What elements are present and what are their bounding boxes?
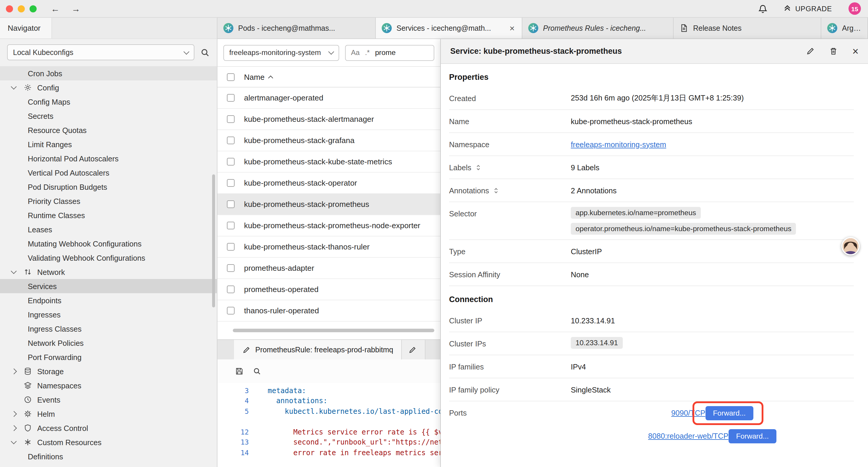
namespace-link[interactable]: freeleaps-monitoring-system <box>571 140 666 149</box>
search-icon[interactable] <box>200 48 210 57</box>
yaml-editor[interactable]: 3metadata:4 annotations:5 kubectl.kubern… <box>217 383 440 467</box>
sidebar-item-label: Vertical Pod Autoscalers <box>28 168 109 177</box>
kubeconfig-selector[interactable]: Local Kubeconfigs <box>7 44 194 60</box>
sidebar-item-resource-quotas[interactable]: Resource Quotas <box>0 123 217 137</box>
port-link[interactable]: 8080:reloader-web/TCP <box>648 432 728 440</box>
sidebar-item-config[interactable]: Config <box>0 80 217 95</box>
sidebar-item-access-control[interactable]: Access Control <box>0 421 217 435</box>
row-checkbox[interactable] <box>227 286 235 293</box>
row-checkbox[interactable] <box>227 264 235 272</box>
sidebar-item-services[interactable]: Services <box>0 279 217 293</box>
code-text: metadata: <box>249 387 306 395</box>
row-checkbox[interactable] <box>227 137 235 144</box>
sidebar-item-ingress-classes[interactable]: Ingress Classes <box>0 322 217 336</box>
table-row-kube-prometheus-stack-grafana[interactable]: kube-prometheus-stack-grafana <box>217 130 440 151</box>
zoom-window-button[interactable] <box>30 5 37 12</box>
sidebar-item-leases[interactable]: Leases <box>0 222 217 236</box>
unfold-icon[interactable] <box>475 164 481 171</box>
sidebar-item-cron-jobs[interactable]: Cron Jobs <box>0 66 217 80</box>
upgrade-button[interactable]: UPGRADE <box>783 3 832 14</box>
forward-button[interactable]: Forward... <box>728 429 777 443</box>
row-checkbox[interactable] <box>227 222 235 229</box>
sidebar-item-endpoints[interactable]: Endpoints <box>0 293 217 308</box>
row-checkbox[interactable] <box>227 179 235 187</box>
sidebar-item-definitions[interactable]: Definitions <box>0 449 217 463</box>
sidebar-item-ingresses[interactable]: Ingresses <box>0 308 217 322</box>
sidebar-item-secrets[interactable]: Secrets <box>0 109 217 123</box>
sidebar-item-helm[interactable]: Helm <box>0 407 217 421</box>
drawer-body: PropertiesCreated253d 16h 6m ago (2025年1… <box>441 64 868 467</box>
tab-argo-s[interactable]: Argo S <box>821 18 868 38</box>
port-link[interactable]: 9090/TCP <box>671 408 705 417</box>
navigator-tab[interactable]: Navigator <box>0 18 52 38</box>
forward-button[interactable]: Forward... <box>705 406 753 420</box>
access-icon <box>23 424 32 432</box>
service-name: alertmanager-operated <box>244 93 323 102</box>
sidebar-item-priority-classes[interactable]: Priority Classes <box>0 194 217 208</box>
forward-button[interactable]: → <box>71 4 80 13</box>
row-checkbox[interactable] <box>227 243 235 251</box>
table-row-prometheus-operated[interactable]: prometheus-operated <box>217 279 440 300</box>
delete-service-icon[interactable] <box>829 47 838 56</box>
minimize-window-button[interactable] <box>18 5 25 12</box>
sidebar-item-mutating-webhook-configurations[interactable]: Mutating Webhook Configurations <box>0 236 217 251</box>
notifications-bell-icon[interactable] <box>758 4 768 13</box>
section-title-connection: Connection <box>449 286 854 309</box>
sidebar-item-custom-resources[interactable]: Custom Resources <box>0 435 217 449</box>
sidebar-item-pod-disruption-budgets[interactable]: Pod Disruption Budgets <box>0 180 217 194</box>
dock-tab-prometheusrule[interactable]: PrometheusRule: freeleaps-prod-rabbitmq <box>234 340 402 359</box>
sidebar-item-storage[interactable]: Storage <box>0 364 217 378</box>
close-drawer-icon[interactable]: × <box>852 46 859 56</box>
row-checkbox[interactable] <box>227 200 235 208</box>
table-row-kube-prometheus-stack-prometheus-node-exporter[interactable]: kube-prometheus-stack-prometheus-node-ex… <box>217 215 440 236</box>
close-tab-icon[interactable]: × <box>508 23 516 33</box>
search-input[interactable]: Aa .* prome <box>345 45 434 61</box>
sidebar-item-port-forwarding[interactable]: Port Forwarding <box>0 350 217 364</box>
sidebar-item-events[interactable]: Events <box>0 392 217 407</box>
sidebar-item-label: Ingresses <box>28 310 61 319</box>
regex-toggle[interactable]: .* <box>365 49 370 57</box>
close-window-button[interactable] <box>6 5 13 12</box>
horizontal-scrollbar[interactable] <box>217 322 440 339</box>
back-button[interactable]: ← <box>51 4 60 13</box>
notification-count-badge[interactable]: 15 <box>848 2 861 15</box>
row-checkbox[interactable] <box>227 94 235 102</box>
sidebar-scrollbar[interactable] <box>212 174 215 308</box>
row-checkbox[interactable] <box>227 158 235 166</box>
namespace-filter-select[interactable]: freeleaps-monitoring-system <box>223 45 339 61</box>
table-row-kube-prometheus-stack-thanos-ruler[interactable]: kube-prometheus-stack-thanos-ruler <box>217 236 440 258</box>
table-row-prometheus-adapter[interactable]: prometheus-adapter <box>217 258 440 279</box>
table-row-kube-prometheus-stack-operator[interactable]: kube-prometheus-stack-operator <box>217 173 440 194</box>
editor-search-icon[interactable] <box>253 367 261 375</box>
row-checkbox[interactable] <box>227 115 235 123</box>
tab-prometheus-rules-icecheng[interactable]: Prometheus Rules - icecheng... <box>522 18 674 38</box>
sidebar-item-config-maps[interactable]: Config Maps <box>0 95 217 109</box>
table-row-thanos-ruler-operated[interactable]: thanos-ruler-operated <box>217 300 440 322</box>
sidebar-item-network-policies[interactable]: Network Policies <box>0 336 217 350</box>
sidebar-item-horizontal-pod-autoscalers[interactable]: Horizontal Pod Autoscalers <box>0 151 217 166</box>
name-column-header[interactable]: Name <box>244 72 272 81</box>
tab-release-notes[interactable]: Release Notes <box>674 18 821 38</box>
table-row-alertmanager-operated[interactable]: alertmanager-operated <box>217 87 440 109</box>
tab-pods-icecheng-mathmas[interactable]: Pods - icecheng@mathmas... <box>217 18 376 38</box>
dock-tab-partial[interactable] <box>402 340 426 359</box>
sidebar-item-namespaces[interactable]: Namespaces <box>0 378 217 392</box>
table-row-kube-prometheus-stack-kube-state-metrics[interactable]: kube-prometheus-stack-kube-state-metrics <box>217 151 440 173</box>
sidebar-item-network[interactable]: Network <box>0 265 217 279</box>
detail-label: IP families <box>449 362 571 371</box>
tab-services-icecheng-math[interactable]: Services - icecheng@math...× <box>376 18 522 38</box>
sidebar-item-vertical-pod-autoscalers[interactable]: Vertical Pod Autoscalers <box>0 166 217 180</box>
sidebar-item-validating-webhook-configurations[interactable]: Validating Webhook Configurations <box>0 251 217 265</box>
unfold-icon[interactable] <box>493 187 499 194</box>
horizontal-scrollbar-thumb[interactable] <box>233 329 434 332</box>
save-icon[interactable] <box>235 367 243 375</box>
sidebar-item-limit-ranges[interactable]: Limit Ranges <box>0 137 217 151</box>
row-checkbox[interactable] <box>227 307 235 315</box>
select-all-checkbox[interactable] <box>227 73 235 81</box>
match-case-toggle[interactable]: Aa <box>351 49 360 57</box>
table-row-kube-prometheus-stack-alertmanager[interactable]: kube-prometheus-stack-alertmanager <box>217 109 440 130</box>
user-avatar[interactable] <box>841 237 860 255</box>
table-row-kube-prometheus-stack-prometheus[interactable]: kube-prometheus-stack-prometheus <box>217 194 440 215</box>
sidebar-item-runtime-classes[interactable]: Runtime Classes <box>0 208 217 222</box>
edit-service-icon[interactable] <box>806 47 815 56</box>
